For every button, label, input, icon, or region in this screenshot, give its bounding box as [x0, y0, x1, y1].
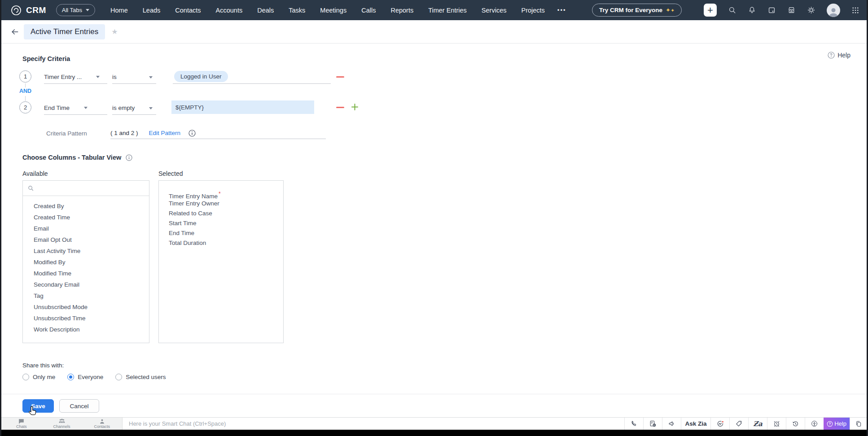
- available-column-item[interactable]: Tag: [23, 290, 149, 301]
- available-column-item[interactable]: Last Activity Time: [23, 245, 149, 257]
- selected-column-item[interactable]: Timer Entry Owner*: [159, 199, 283, 209]
- help-button[interactable]: Help: [824, 418, 850, 430]
- criteria-field-dropdown[interactable]: End Time: [44, 101, 107, 115]
- available-column-item[interactable]: Created By: [23, 201, 149, 212]
- smart-chat-bar[interactable]: [123, 418, 624, 430]
- alarm-icon[interactable]: [767, 418, 786, 430]
- brand[interactable]: CRM: [10, 4, 46, 16]
- remove-criteria-button[interactable]: [336, 107, 344, 108]
- all-tabs-dropdown[interactable]: All Tabs: [56, 4, 95, 16]
- criteria-pattern-value: ( 1 and 2 ): [110, 130, 138, 136]
- available-column-item[interactable]: Work Description: [23, 324, 149, 335]
- selected-column-item[interactable]: Related to Case*: [159, 209, 283, 218]
- selected-column-item[interactable]: Start Time*: [159, 218, 283, 228]
- chevron-down-icon: [96, 76, 100, 78]
- criteria-pattern-label: Criteria Pattern: [46, 130, 87, 137]
- available-column-item[interactable]: Unsubscribed Time: [23, 313, 149, 324]
- insights-icon[interactable]: [710, 418, 729, 430]
- nav-tab[interactable]: Services: [482, 7, 507, 14]
- available-column-item[interactable]: Modified Time: [23, 268, 149, 279]
- nav-tab[interactable]: Home: [110, 7, 128, 14]
- nav-tab[interactable]: Tasks: [289, 7, 305, 14]
- info-icon[interactable]: [189, 130, 196, 137]
- store-icon[interactable]: [787, 6, 796, 14]
- remove-criteria-button[interactable]: [336, 76, 344, 78]
- selected-column-item[interactable]: Total Duration*: [159, 238, 283, 248]
- column-search[interactable]: [23, 181, 149, 196]
- history-icon[interactable]: [786, 418, 805, 430]
- selected-column-item[interactable]: End Time*: [159, 228, 283, 238]
- share-options: Only me Everyone Selected users: [22, 374, 166, 380]
- nav-tab[interactable]: Accounts: [216, 7, 243, 14]
- criteria-operator-dropdown[interactable]: is: [112, 70, 156, 84]
- cancel-button[interactable]: Cancel: [59, 399, 99, 413]
- share-radio-option[interactable]: Selected users: [115, 374, 166, 380]
- criteria-value-input[interactable]: Logged in User: [173, 69, 331, 84]
- gear-icon[interactable]: [807, 6, 815, 14]
- criteria-value-input[interactable]: ${EMPTY}: [171, 100, 314, 114]
- share-radio-option[interactable]: Everyone: [67, 374, 103, 380]
- accessibility-icon[interactable]: [805, 418, 824, 430]
- radio-icon[interactable]: [22, 374, 29, 380]
- bell-icon[interactable]: [748, 6, 756, 14]
- tag-icon[interactable]: [729, 418, 748, 430]
- columns-section-label: Choose Columns - Tabular View: [22, 154, 121, 161]
- nav-more-button[interactable]: •••: [557, 7, 566, 13]
- nav-tab[interactable]: Contacts: [175, 7, 201, 14]
- add-criteria-button[interactable]: [351, 103, 359, 111]
- dock-tab-contacts[interactable]: Contacts: [82, 418, 122, 430]
- help-link[interactable]: Help: [828, 52, 850, 59]
- back-button[interactable]: [10, 27, 19, 36]
- nav-tab[interactable]: Projects: [521, 7, 544, 14]
- create-new-button[interactable]: +: [704, 4, 717, 17]
- favorite-star-icon[interactable]: ★: [111, 27, 118, 36]
- radio-icon[interactable]: [115, 374, 122, 380]
- available-column-item[interactable]: Modified By: [23, 257, 149, 268]
- selected-columns-panel: Timer Entry Name* Timer Entry Owner* Rel…: [158, 180, 284, 343]
- criteria-field-value: Timer Entry ...: [44, 74, 82, 80]
- smart-chat-input[interactable]: [129, 420, 624, 427]
- criteria-operator-dropdown[interactable]: is empty: [112, 101, 156, 115]
- save-button[interactable]: Save: [22, 399, 54, 413]
- nav-tab[interactable]: Meetings: [320, 7, 346, 14]
- window-edge: [1, 430, 867, 436]
- available-column-item[interactable]: Secondary Email: [23, 279, 149, 290]
- column-search-input[interactable]: [38, 185, 145, 192]
- calendar-icon[interactable]: [767, 6, 776, 14]
- criteria-field-dropdown[interactable]: Timer Entry ...: [44, 70, 107, 84]
- available-column-item[interactable]: Email Opt Out: [23, 234, 149, 245]
- top-navigation-bar: CRM All Tabs HomeLeadsContactsAccountsDe…: [1, 0, 867, 20]
- chat-bubble-icon: [18, 419, 25, 424]
- available-column-item[interactable]: Created Time: [23, 212, 149, 223]
- nav-tab[interactable]: Calls: [361, 7, 376, 14]
- selected-column-item[interactable]: Timer Entry Name*: [159, 189, 283, 199]
- ask-zia-button[interactable]: Ask Zia: [681, 418, 710, 430]
- nav-tab[interactable]: Reports: [390, 7, 413, 14]
- announcement-icon[interactable]: [662, 418, 681, 430]
- radio-icon[interactable]: [67, 374, 74, 380]
- dock-tab-channels[interactable]: Channels: [42, 418, 82, 430]
- footer-divider: [1, 394, 867, 394]
- page-title[interactable]: Active Timer Entries: [24, 24, 105, 39]
- dock-tab-chats[interactable]: Chats: [1, 418, 42, 430]
- nav-tabs: HomeLeadsContactsAccountsDealsTasksMeeti…: [110, 7, 545, 14]
- copy-icon[interactable]: [850, 418, 867, 430]
- zia-signature-icon[interactable]: Ƶa: [748, 418, 767, 430]
- search-icon[interactable]: [728, 6, 736, 14]
- nav-tab[interactable]: Leads: [143, 7, 161, 14]
- apps-grid-icon[interactable]: [851, 6, 859, 14]
- call-log-icon[interactable]: [643, 418, 662, 430]
- share-radio-option[interactable]: Only me: [22, 374, 55, 380]
- info-icon[interactable]: [126, 154, 132, 161]
- criteria-section-title: Specify Criteria: [22, 55, 70, 62]
- available-column-item[interactable]: Email: [23, 223, 149, 234]
- value-chip[interactable]: Logged in User: [174, 71, 228, 82]
- nav-tab[interactable]: Timer Entries: [428, 7, 467, 14]
- phone-icon[interactable]: [624, 418, 643, 430]
- edit-pattern-link[interactable]: Edit Pattern: [149, 130, 181, 136]
- nav-tab[interactable]: Deals: [257, 7, 274, 14]
- avatar[interactable]: [827, 4, 840, 17]
- available-column-item[interactable]: Unsubscribed Mode: [23, 301, 149, 313]
- criteria-conjunction[interactable]: AND: [18, 88, 32, 94]
- try-crm-button[interactable]: Try CRM for Everyone ✦✦: [592, 4, 682, 17]
